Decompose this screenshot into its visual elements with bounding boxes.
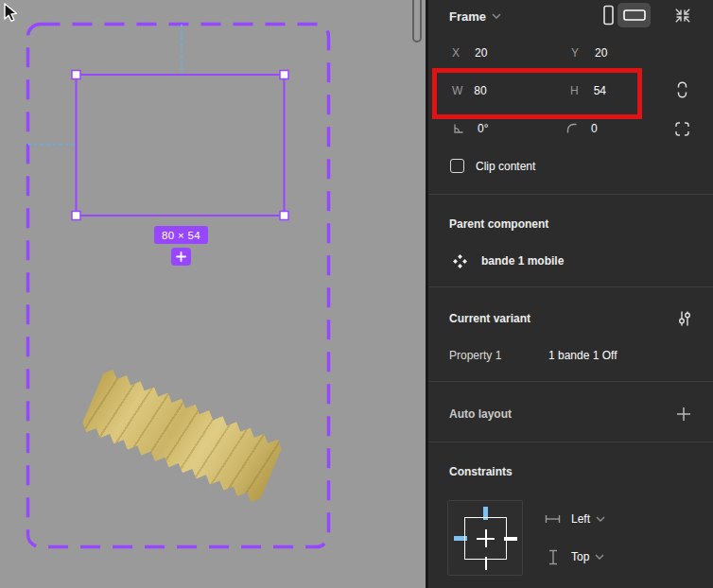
parent-component-heading: Parent component (449, 216, 548, 232)
parent-component-name: bande 1 mobile (481, 254, 564, 268)
orientation-landscape-button[interactable] (617, 3, 651, 27)
current-variant-heading: Current variant (449, 311, 530, 326)
vertical-constraint-dropdown[interactable]: Top (548, 548, 604, 565)
selection-handle-bottom-right[interactable] (280, 212, 288, 220)
clip-content-checkbox[interactable] (450, 159, 464, 173)
horizontal-constraint-dropdown[interactable]: Left (545, 510, 605, 527)
vertical-constraint-value: Top (571, 550, 589, 563)
vertical-scrollbar-thumb[interactable] (412, 0, 422, 43)
inspector-panel: Frame X 20 Y 20 W (426, 0, 713, 588)
constraints-heading: Constraints (449, 464, 513, 479)
corner-radius-field[interactable]: 0 (565, 120, 669, 136)
section-divider (428, 381, 713, 382)
constrain-proportions-icon (674, 79, 690, 100)
x-value[interactable]: 20 (475, 46, 487, 60)
height-field[interactable]: H 54 (570, 82, 674, 98)
width-value[interactable]: 80 (474, 84, 486, 97)
selection-size-badge: 80 × 54 (154, 226, 208, 244)
height-label: H (570, 84, 579, 97)
clip-content-toggle[interactable]: Clip content (450, 158, 535, 174)
canvas-overlay (0, 0, 426, 588)
x-position-field[interactable]: X 20 (452, 44, 556, 61)
section-divider (428, 441, 713, 442)
selection-type-label: Frame (449, 9, 486, 24)
selection-handle-bottom-left[interactable] (72, 212, 80, 220)
chevron-down-icon (595, 554, 604, 560)
section-divider (428, 286, 713, 287)
add-item-button[interactable] (171, 248, 191, 266)
variant-property-row[interactable]: Property 1 1 bande 1 Off (449, 347, 501, 363)
independent-corners-icon (674, 121, 690, 137)
add-auto-layout-button[interactable] (676, 406, 691, 423)
constraints-title: Constraints (449, 465, 513, 478)
component-diamond-icon (452, 253, 468, 269)
current-variant-title: Current variant (449, 312, 530, 325)
horizontal-constraint-value: Left (571, 512, 590, 526)
horizontal-constraint-icon (545, 514, 561, 524)
phone-landscape-icon (623, 9, 646, 21)
auto-layout-heading: Auto layout (449, 406, 512, 422)
variant-property-label: Property 1 (449, 349, 501, 362)
selection-type-dropdown[interactable]: Frame (449, 6, 501, 26)
width-field[interactable]: W 80 (452, 82, 556, 98)
corner-radius-value[interactable]: 0 (591, 122, 598, 135)
rotation-angle-icon (451, 121, 465, 135)
x-label: X (452, 46, 460, 60)
parent-component-title: Parent component (449, 217, 548, 231)
collapse-arrows-icon (674, 8, 691, 24)
selected-frame-rect[interactable] (77, 75, 285, 216)
vertical-constraint-icon (548, 549, 558, 565)
corner-radius-icon (565, 121, 579, 135)
clip-content-label: Clip content (476, 160, 535, 173)
plus-icon (176, 251, 186, 262)
independent-corners-button[interactable] (674, 119, 690, 138)
section-divider (428, 194, 713, 195)
auto-layout-title: Auto layout (449, 407, 512, 421)
phone-portrait-icon (602, 5, 615, 26)
selection-handle-top-right[interactable] (280, 71, 288, 79)
constraints-center-plus (485, 529, 487, 547)
constraints-widget[interactable] (447, 500, 523, 576)
sliders-icon (677, 310, 692, 327)
variant-settings-button[interactable] (677, 309, 692, 328)
variant-property-value[interactable]: 1 bande 1 Off (548, 349, 617, 362)
width-label: W (452, 84, 462, 97)
y-position-field[interactable]: Y 20 (571, 44, 675, 61)
constrain-proportions-button[interactable] (674, 79, 690, 100)
chevron-down-icon (596, 516, 605, 522)
y-value[interactable]: 20 (595, 46, 607, 60)
chevron-down-icon (492, 13, 501, 19)
orientation-portrait-button[interactable] (602, 5, 615, 26)
plus-icon (676, 406, 691, 422)
y-label: Y (571, 46, 579, 60)
parent-component-item[interactable]: bande 1 mobile (452, 252, 564, 269)
rotation-value[interactable]: 0° (478, 122, 488, 135)
collapse-panel-button[interactable] (674, 7, 691, 24)
selection-handle-top-left[interactable] (72, 71, 80, 79)
rotation-field[interactable]: 0° (451, 120, 560, 136)
canvas[interactable]: 80 × 54 (0, 0, 426, 588)
height-value[interactable]: 54 (594, 84, 606, 97)
